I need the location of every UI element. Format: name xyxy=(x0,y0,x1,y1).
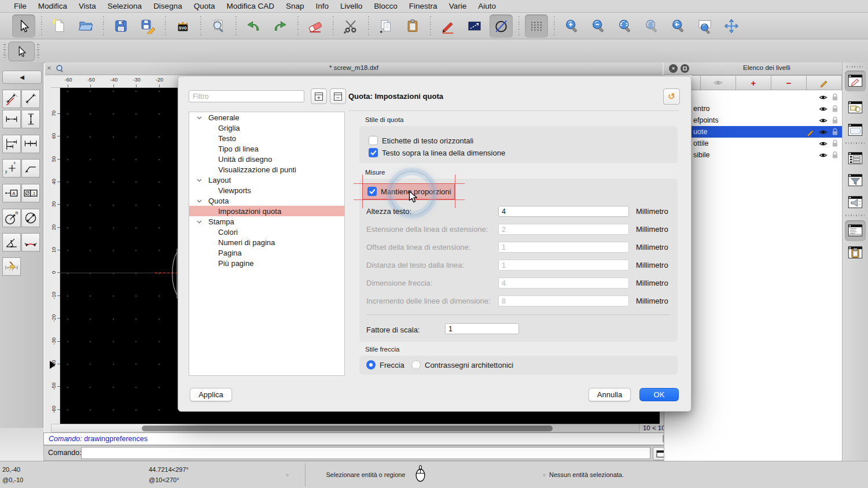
tree-item-testo[interactable]: Testo xyxy=(189,133,344,143)
dim-angular-tool-button[interactable] xyxy=(2,233,21,252)
tree-item-colori[interactable]: Colori xyxy=(189,227,344,237)
menu-varie[interactable]: Varie xyxy=(443,0,473,13)
command-input[interactable] xyxy=(81,447,650,459)
tree-item-più-pagine[interactable]: Più pagine xyxy=(189,258,344,268)
dim-horizontal-tool-button[interactable] xyxy=(2,110,21,128)
layer-row-entro[interactable]: entro xyxy=(692,103,842,114)
menu-modifica[interactable]: Modifica xyxy=(32,0,73,13)
zoom-previous-button[interactable] xyxy=(667,14,690,38)
copy-button[interactable] xyxy=(374,14,398,38)
redo-button[interactable] xyxy=(269,14,292,38)
zoom-auto-button[interactable] xyxy=(613,14,637,38)
property-editor-toggle-button[interactable] xyxy=(845,71,866,91)
lock-icon[interactable] xyxy=(832,151,838,159)
tree-item-viewports[interactable]: Viewports xyxy=(189,185,344,195)
chevron-down-icon[interactable] xyxy=(197,179,202,182)
command-line-panel-toggle-button[interactable] xyxy=(845,220,866,241)
zoom-out-button[interactable] xyxy=(587,14,610,38)
layer-row[interactable] xyxy=(692,91,842,103)
radio-button[interactable] xyxy=(366,360,376,369)
tree-item-quota[interactable]: Quota xyxy=(189,195,344,206)
apply-button[interactable]: Applica xyxy=(190,388,232,401)
dim-ordinate-tool-button[interactable]: xy xyxy=(2,159,21,178)
checkbox[interactable] xyxy=(369,148,378,157)
reset-page-button[interactable]: ↺ xyxy=(663,88,680,105)
lock-icon[interactable] xyxy=(832,139,838,147)
layer-row-uote[interactable]: uote xyxy=(692,126,842,138)
collapse-all-button[interactable] xyxy=(330,88,346,104)
dim-radial-tool-button[interactable]: R xyxy=(2,209,21,227)
layer-visibility-button[interactable] xyxy=(701,75,736,90)
menu-aiuto[interactable]: Aiuto xyxy=(472,0,502,13)
draw-line-rectangle-button[interactable] xyxy=(463,14,486,38)
lock-icon[interactable] xyxy=(832,116,838,124)
chevron-down-icon[interactable] xyxy=(197,116,202,120)
tree-item-pagina[interactable]: Pagina xyxy=(189,247,344,258)
edit-layer-button[interactable] xyxy=(807,75,842,90)
expand-all-button[interactable] xyxy=(311,88,327,104)
tree-item-griglia[interactable]: Griglia xyxy=(189,123,344,133)
arrow-style-option[interactable]: Freccia xyxy=(366,360,404,369)
menu-quota[interactable]: Quota xyxy=(188,0,221,13)
dim-continue-tool-button[interactable] xyxy=(21,135,40,153)
dim-rotated-tool-button[interactable] xyxy=(21,90,40,108)
tree-item-stampa[interactable]: Stampa xyxy=(189,216,344,227)
lock-icon[interactable] xyxy=(832,128,838,136)
new-document-button[interactable] xyxy=(47,14,71,38)
tree-item-visualizzazione-di-punti[interactable]: Visualizzazione di punti xyxy=(189,164,344,175)
menu-blocco[interactable]: Blocco xyxy=(368,0,403,13)
selection-filter-toggle-button[interactable] xyxy=(845,170,866,191)
library-browser-toggle-button[interactable] xyxy=(845,192,866,213)
layer-row-efpoints[interactable]: efpoints xyxy=(692,114,842,126)
eye-icon[interactable] xyxy=(819,94,827,101)
preview-panel-toggle-button[interactable] xyxy=(845,120,866,141)
eye-icon[interactable] xyxy=(819,117,827,124)
layer-row-ottile[interactable]: ottile xyxy=(692,138,842,149)
layers-float-icon[interactable] xyxy=(681,64,689,73)
tree-item-impostazioni-quota[interactable]: Impostazioni quota xyxy=(189,206,344,216)
chevron-down-icon[interactable] xyxy=(197,220,202,224)
zoom-in-button[interactable] xyxy=(560,14,583,38)
zoom-selection-button[interactable] xyxy=(640,14,663,38)
menu-snap[interactable]: Snap xyxy=(280,0,310,13)
layer-row-sibile[interactable]: sibile xyxy=(692,149,842,161)
radio-button[interactable] xyxy=(411,360,421,369)
tree-item-unità-di-disegno[interactable]: Unità di disegno xyxy=(189,154,344,164)
arrow-style-option[interactable]: Contrassegni architettonici xyxy=(411,360,513,369)
dim-style-checkbox-row[interactable]: Etichette di testo orizzontali xyxy=(369,136,473,145)
selection-tool-button[interactable] xyxy=(8,42,35,61)
keep-proportions-checkbox[interactable] xyxy=(367,187,377,196)
dim-tolerance-tool-button[interactable]: .1 xyxy=(21,184,40,202)
menu-info[interactable]: Info xyxy=(310,0,335,13)
filter-input[interactable] xyxy=(189,90,304,102)
circle-tangent-button[interactable] xyxy=(490,14,513,38)
tree-item-layout[interactable]: Layout xyxy=(189,175,344,185)
document-tab-title[interactable]: * screw_m18.dxf xyxy=(45,64,663,71)
selection-tool-button[interactable] xyxy=(12,14,35,38)
dim-arc-length-tool-button[interactable] xyxy=(21,233,40,252)
checkbox[interactable] xyxy=(369,136,378,145)
dim-vertical-tool-button[interactable] xyxy=(21,110,40,128)
block-list-toggle-button[interactable] xyxy=(845,97,866,118)
palette-back-button[interactable]: ◀ xyxy=(2,71,42,84)
menu-livello[interactable]: Livello xyxy=(334,0,368,13)
menu-seleziona[interactable]: Seleziona xyxy=(102,0,148,13)
lock-icon[interactable] xyxy=(832,105,838,113)
dim-diametric-tool-button[interactable] xyxy=(21,209,40,227)
chevron-down-icon[interactable] xyxy=(197,199,202,203)
dim-label-tool-button[interactable]: A xyxy=(2,184,21,202)
horizontal-scrollbar-handle[interactable] xyxy=(142,426,553,431)
menu-disegna[interactable]: Disegna xyxy=(148,0,188,13)
open-file-button[interactable] xyxy=(74,14,97,38)
tree-item-numeri-di-pagina[interactable]: Numeri di pagina xyxy=(189,237,344,247)
add-layer-button[interactable]: + xyxy=(736,75,771,90)
dim-style-checkbox-row[interactable]: Testo sopra la linea della dimensione xyxy=(369,148,505,157)
clipboard-panel-toggle-button[interactable] xyxy=(845,242,866,263)
menu-finestra[interactable]: Finestra xyxy=(403,0,443,13)
lock-icon[interactable] xyxy=(832,93,838,101)
eraser-button[interactable] xyxy=(304,14,327,38)
eye-icon[interactable] xyxy=(819,129,827,135)
dim-aligned-tool-button[interactable] xyxy=(2,90,21,108)
remove-layer-button[interactable]: − xyxy=(771,75,807,90)
cut-button[interactable] xyxy=(339,14,362,38)
